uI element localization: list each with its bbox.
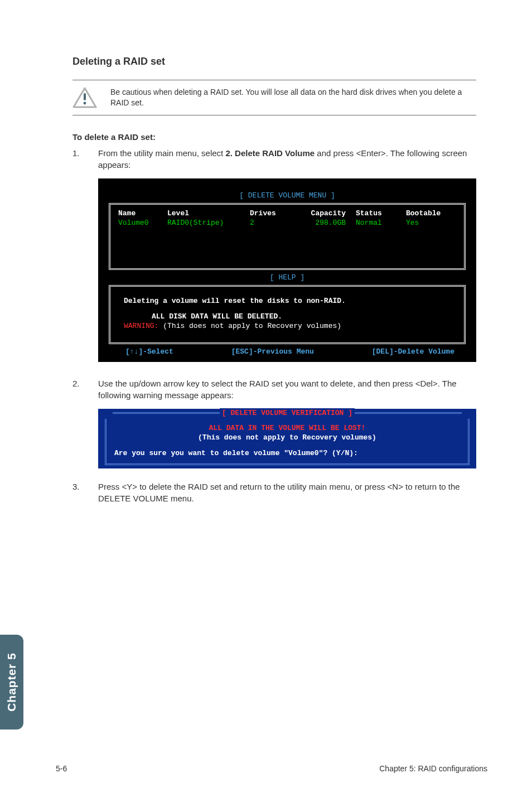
cell-capacity: 298.0GB	[294, 219, 356, 228]
step-number: 1.	[72, 147, 98, 171]
warning-text: Be cautious when deleting a RAID set. Yo…	[110, 87, 476, 108]
step-number: 3.	[72, 481, 98, 504]
step-2: 2. Use the up/down arrow key to select t…	[72, 378, 476, 401]
verify-title: [ DELETE VOLUME VERIFICATION ]	[220, 408, 355, 418]
help-box: Deleting a volume will reset the disks t…	[109, 285, 466, 345]
terminal-screenshot: [ DELETE VOLUME MENU ] Name Level Drives…	[98, 178, 476, 362]
svg-point-2	[84, 102, 86, 105]
svg-rect-1	[84, 93, 86, 100]
footer-select: [↑↓]-Select	[125, 347, 173, 357]
verify-box: ALL DATA IN THE VOLUME WILL BE LOST! (Th…	[105, 419, 470, 466]
step-3: 3. Press <Y> to delete the RAID set and …	[72, 481, 476, 504]
verify-note: (This does not apply to Recovery volumes…	[112, 433, 462, 443]
step-body: From the utility main menu, select 2. De…	[98, 147, 476, 171]
help-line-3-text: (This does not apply to Recovery volumes…	[158, 322, 341, 330]
procedure-subheading: To delete a RAID set:	[72, 132, 476, 142]
col-level-header: Level	[167, 209, 250, 219]
warning-callout: Be cautious when deleting a RAID set. Yo…	[72, 80, 476, 115]
section-heading: Deleting a RAID set	[72, 56, 476, 67]
step-body: Press <Y> to delete the RAID set and ret…	[98, 481, 476, 504]
help-line-2: ALL DISK DATA WILL BE DELETED.	[118, 312, 456, 322]
warning-label: WARNING:	[124, 322, 158, 330]
help-line-1: Deleting a volume will reset the disks t…	[118, 297, 456, 306]
chapter-side-tab: Chapter 5	[0, 635, 23, 729]
cell-level: RAID0(Stripe)	[167, 219, 250, 228]
col-bootable-header: Bootable	[406, 209, 456, 219]
verify-title-line: [ DELETE VOLUME VERIFICATION ]	[105, 408, 470, 418]
step-1: 1. From the utility main menu, select 2.…	[72, 147, 476, 171]
verify-dialog: [ DELETE VOLUME VERIFICATION ] ALL DATA …	[98, 409, 476, 468]
warning-icon	[72, 87, 97, 108]
step-number: 2.	[72, 378, 98, 401]
page-footer: 5-6 Chapter 5: RAID configurations	[56, 764, 487, 773]
table-header-row: Name Level Drives Capacity Status Bootab…	[118, 209, 456, 219]
cell-bootable: Yes	[406, 219, 456, 228]
page-number: 5-6	[56, 764, 67, 773]
verify-question: Are you sure you want to delete volume "…	[112, 448, 462, 458]
col-name-header: Name	[118, 209, 167, 219]
help-title: [ HELP ]	[109, 273, 466, 283]
col-drives-header: Drives	[250, 209, 294, 219]
terminal-footer: [↑↓]-Select [ESC]-Previous Menu [DEL]-De…	[109, 345, 466, 357]
footer-del: [DEL]-Delete Volume	[372, 347, 454, 357]
step-body: Use the up/down arrow key to select the …	[98, 378, 476, 401]
terminal-table-box: Name Level Drives Capacity Status Bootab…	[109, 203, 466, 270]
terminal: [ DELETE VOLUME MENU ] Name Level Drives…	[98, 178, 476, 362]
footer-prev: [ESC]-Previous Menu	[231, 347, 314, 357]
chapter-side-tab-label: Chapter 5	[5, 653, 18, 712]
verify-screenshot: [ DELETE VOLUME VERIFICATION ] ALL DATA …	[98, 409, 476, 468]
step-text-pre: From the utility main menu, select	[98, 148, 225, 158]
cell-status: Normal	[356, 219, 406, 228]
page: Deleting a RAID set Be cautious when del…	[0, 0, 532, 802]
chapter-label: Chapter 5: RAID configurations	[379, 764, 487, 773]
verify-warning-red: ALL DATA IN THE VOLUME WILL BE LOST!	[112, 423, 462, 433]
cell-name: Volume0	[118, 219, 167, 228]
table-row: Volume0 RAID0(Stripe) 2 298.0GB Normal Y…	[118, 219, 456, 228]
step-text-bold: 2. Delete RAID Volume	[225, 148, 315, 158]
col-capacity-header: Capacity	[294, 209, 356, 219]
terminal-title: [ DELETE VOLUME MENU ]	[109, 191, 466, 201]
cell-drives: 2	[250, 219, 294, 228]
spacer	[118, 228, 456, 258]
col-status-header: Status	[356, 209, 406, 219]
help-line-3: WARNING: (This does not apply to Recover…	[118, 322, 456, 331]
